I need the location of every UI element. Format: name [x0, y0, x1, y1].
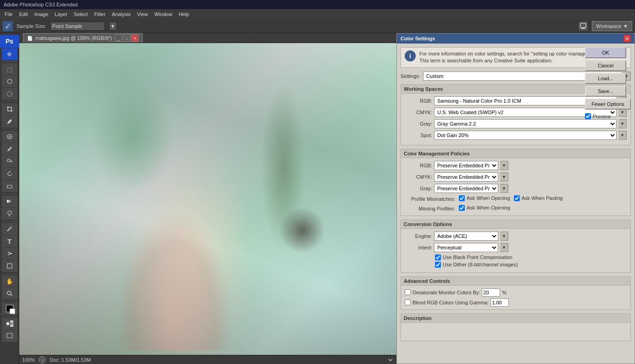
missing-ask-opening-checkbox[interactable] [459, 205, 465, 211]
cm-gray-select[interactable]: Preserve Embedded Profiles [434, 184, 498, 193]
dodge-tool[interactable] [2, 208, 17, 220]
intent-select[interactable]: Perceptual [434, 243, 498, 252]
cm-cmyk-row: CMYK: Preserve Embedded Profiles ▼ [405, 172, 627, 182]
ps-logo: Ps [0, 35, 19, 48]
gray-dropdown-btn[interactable]: ▼ [618, 119, 627, 128]
menu-help[interactable]: Help [176, 11, 192, 18]
profile-mismatches-row: Profile Mismatches: Ask When Opening Ask… [405, 195, 627, 203]
minimize-button[interactable]: _ [115, 34, 122, 42]
menu-image[interactable]: Image [32, 11, 51, 18]
black-point-checkbox[interactable] [435, 254, 441, 260]
quick-select-tool[interactable] [2, 88, 17, 100]
engine-select[interactable]: Adobe (ACE) [434, 232, 498, 241]
gray-row: Gray: Gray Gamma 2.2 ▼ [405, 119, 627, 128]
dialog-close-button[interactable]: × [624, 35, 631, 42]
blend-checkbox[interactable] [405, 299, 411, 305]
spot-select[interactable]: Dot Gain 20% [434, 131, 617, 140]
ok-button[interactable]: OK [585, 47, 626, 58]
hand-tool[interactable]: ✋ [2, 275, 17, 287]
menu-file[interactable]: File [2, 11, 16, 18]
doc-size: Doc: 1.53M/1.53M [50, 357, 91, 363]
eraser-tool[interactable] [2, 180, 17, 192]
tool-separator-4 [3, 193, 17, 194]
menu-view[interactable]: View [134, 11, 151, 18]
dither-checkbox[interactable] [435, 262, 441, 268]
cm-rgb-select[interactable]: Preserve Embedded Profiles [434, 161, 498, 170]
shape-tool[interactable] [2, 260, 17, 272]
spot-dropdown-btn[interactable]: ▼ [618, 131, 627, 140]
crop-tool[interactable] [2, 103, 17, 115]
menu-filter[interactable]: Filter [91, 11, 108, 18]
desaturate-checkbox[interactable] [405, 289, 411, 295]
cm-rgb-dropdown[interactable]: ▼ [500, 161, 508, 170]
svg-rect-1 [581, 28, 585, 29]
preview-checkbox[interactable] [585, 113, 591, 119]
title-bar: Adobe Photoshop CS3 Extended [0, 0, 635, 9]
intent-row: Intent: Perceptual ▼ [405, 243, 627, 252]
svg-rect-15 [7, 333, 12, 338]
menu-layer[interactable]: Layer [52, 11, 70, 18]
history-tool[interactable] [2, 168, 17, 180]
zoom-tool[interactable] [2, 287, 17, 299]
bg-overlay [19, 43, 396, 355]
marquee-tool[interactable]: ⬚ [2, 63, 17, 75]
quick-mask-tool[interactable] [2, 318, 17, 330]
svg-rect-6 [7, 200, 12, 203]
ask-opening-checkbox-row: Ask When Opening [459, 195, 510, 201]
eyedropper-tool[interactable] [2, 116, 17, 127]
menu-window[interactable]: Window [151, 11, 175, 18]
pen-tool[interactable] [2, 223, 17, 235]
brush-tool[interactable] [2, 143, 17, 155]
screen-mode-tool[interactable] [2, 330, 17, 342]
toolbar: Ps ✥ ⬚ [0, 33, 19, 364]
cm-cmyk-dropdown[interactable]: ▼ [500, 172, 508, 182]
eyedropper-tool-icon[interactable]: 🖊 [3, 21, 13, 31]
close-button[interactable]: × [131, 34, 139, 42]
menu-analysis[interactable]: Analysis [109, 11, 134, 18]
foreground-color[interactable] [2, 303, 17, 314]
info-icon: i [405, 50, 416, 61]
clone-tool[interactable] [2, 155, 17, 167]
sample-size-input[interactable] [50, 22, 105, 31]
cm-cmyk-label: CMYK: [405, 174, 432, 180]
text-tool[interactable]: T [2, 235, 17, 247]
gray-select[interactable]: Gray Gamma 2.2 [434, 119, 617, 128]
workspace-icon [578, 21, 588, 31]
svg-rect-0 [580, 23, 586, 28]
status-arrow[interactable] [387, 357, 394, 363]
workspace-button[interactable]: Workspace ▼ [592, 21, 632, 31]
intent-dropdown[interactable]: ▼ [500, 243, 508, 252]
maximize-button[interactable]: □ [123, 34, 130, 42]
missing-ask-opening-label: Ask When Opening [467, 205, 510, 210]
cm-gray-dropdown[interactable]: ▼ [500, 184, 508, 193]
path-select-tool[interactable] [2, 248, 17, 259]
rgb-label: RGB: [405, 98, 432, 104]
desaturate-input[interactable] [482, 288, 500, 297]
menu-select[interactable]: Select [71, 11, 91, 18]
fewer-options-button[interactable]: Fewer Options [585, 99, 631, 110]
menu-edit[interactable]: Edit [17, 11, 31, 18]
doc-tab-controls: _ □ × [115, 34, 139, 42]
ask-pasting-checkbox[interactable] [514, 195, 520, 201]
sample-size-dropdown[interactable]: ▼ [109, 22, 117, 31]
healing-tool[interactable] [2, 131, 17, 143]
gradient-tool[interactable] [2, 195, 17, 207]
cancel-button[interactable]: Cancel [585, 60, 626, 71]
ask-opening-checkbox[interactable] [459, 195, 465, 201]
dialog-title: Color Settings [401, 36, 435, 41]
blend-input[interactable] [490, 298, 509, 307]
conversion-options-section: Conversion Options Engine: Adobe (ACE) ▼… [401, 220, 631, 273]
save-button[interactable]: Save... [585, 86, 626, 97]
desaturate-label: Desaturate Monitor Colors By: [412, 290, 480, 295]
document-tab[interactable]: 📄 matsugawa.jpg @ 100% (RGB/8*) _ □ × [23, 33, 143, 43]
engine-dropdown[interactable]: ▼ [500, 232, 508, 241]
move-tool[interactable]: ✥ [2, 48, 17, 60]
cm-cmyk-select[interactable]: Preserve Embedded Profiles [434, 172, 498, 182]
lasso-tool[interactable] [2, 76, 17, 88]
black-point-label: Use Black Point Compensation [443, 254, 512, 260]
svg-point-14 [10, 322, 13, 325]
status-info-icon[interactable] [39, 356, 46, 364]
tool-separator-7 [3, 301, 17, 301]
cm-rgb-row: RGB: Preserve Embedded Profiles ▼ [405, 161, 627, 170]
load-button[interactable]: Load... [585, 73, 626, 84]
